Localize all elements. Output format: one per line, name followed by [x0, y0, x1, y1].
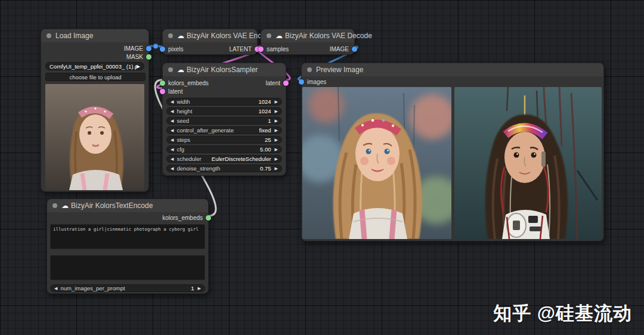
- decrement-arrow-icon[interactable]: ◀: [171, 155, 174, 163]
- port-label-image-output: IMAGE: [330, 46, 349, 52]
- painted-girl-image: [302, 87, 451, 239]
- node-vae-decode: ☁ BizyAir Kolors VAE Decode samples IMAG…: [261, 29, 355, 55]
- port-dot-pixels-input[interactable]: [160, 46, 165, 52]
- increment-arrow-icon[interactable]: ▶: [275, 165, 278, 172]
- port-dot-kolors-embeds-input[interactable]: [160, 80, 165, 86]
- node-title: Preview Image: [316, 66, 363, 74]
- node-vae-decode-titlebar[interactable]: ☁ BizyAir Kolors VAE Decode: [261, 29, 354, 42]
- node-sampler-titlebar[interactable]: ☁ BizyAir KolorsSampler: [163, 63, 286, 76]
- collapse-dot-icon[interactable]: [267, 33, 271, 38]
- preview-image-left: [302, 87, 451, 239]
- widget-cfg[interactable]: ◀ cfg 5.00 ▶: [166, 145, 282, 153]
- collapse-dot-icon[interactable]: [52, 203, 57, 208]
- node-kolors-text-encode: ☁ BizyAir KolorsTextEncode kolors_embeds…: [47, 198, 209, 294]
- decrement-arrow-icon[interactable]: ◀: [171, 145, 174, 153]
- port-label-samples: samples: [267, 46, 289, 52]
- node-title: BizyAir KolorsSampler: [187, 66, 258, 74]
- port-label-pixels: pixels: [168, 46, 184, 52]
- image-filename: ComfyUI_temp_ppfei_00003_ (1).png: [49, 63, 137, 70]
- decrement-arrow-icon[interactable]: ◀: [171, 126, 174, 134]
- cloud-icon: ☁: [177, 66, 184, 74]
- widget-height[interactable]: ◀ height 1024 ▶: [166, 107, 282, 115]
- increment-arrow-icon[interactable]: ▶: [275, 107, 278, 115]
- prompt-textarea[interactable]: illustration a girl|cinematic photograph…: [50, 224, 205, 249]
- vae-encode-ports: pixels LATENT: [163, 45, 257, 53]
- port-label-latent-output: LATENT: [229, 46, 252, 52]
- node-vae-encode-titlebar[interactable]: ☁ BizyAir Kolors VAE Encode: [163, 29, 257, 42]
- port-label-images: images: [307, 79, 326, 85]
- cloud-icon: ☁: [177, 32, 184, 40]
- port-label-kolors-embeds: kolors_embeds: [168, 80, 209, 86]
- widget-steps[interactable]: ◀ steps 25 ▶: [166, 136, 282, 144]
- port-label-mask: MASK: [126, 54, 143, 60]
- cloud-icon: ☁: [61, 201, 69, 210]
- node-title: BizyAir Kolors VAE Decode: [285, 32, 372, 40]
- port-dot-images-input[interactable]: [299, 79, 304, 85]
- loaded-image-thumbnail: [45, 84, 144, 190]
- port-dot-image-output[interactable]: [352, 46, 357, 52]
- node-preview-image: Preview Image images: [301, 63, 604, 241]
- decrement-arrow-icon[interactable]: ◀: [171, 136, 174, 144]
- port-dot-kolors-embeds-output[interactable]: [206, 215, 211, 221]
- decrement-arrow-icon[interactable]: ◀: [171, 98, 174, 106]
- node-preview-titlebar[interactable]: Preview Image: [302, 63, 603, 76]
- widget-denoise-strength[interactable]: ◀ denoise_strength 0.75 ▶: [166, 165, 282, 172]
- decrement-arrow-icon[interactable]: ◀: [171, 165, 174, 172]
- combo-next-arrow-icon[interactable]: ▶: [137, 64, 140, 69]
- port-dot-mask-output[interactable]: [146, 54, 151, 60]
- node-kolors-sampler: ☁ BizyAir KolorsSampler kolors_embeds la…: [162, 63, 286, 176]
- increment-arrow-icon[interactable]: ▶: [275, 98, 278, 106]
- increment-arrow-icon[interactable]: ▶: [275, 126, 278, 134]
- collapse-dot-icon[interactable]: [307, 67, 312, 72]
- sampler-ports-row2: latent: [163, 87, 286, 95]
- cloud-icon: ☁: [275, 32, 283, 40]
- decrement-arrow-icon[interactable]: ◀: [171, 107, 174, 115]
- port-label-latent-output: latent: [266, 80, 280, 86]
- decrement-arrow-icon[interactable]: ◀: [54, 284, 57, 292]
- vae-decode-ports: samples IMAGE: [261, 45, 354, 53]
- watermark: 知乎 @硅基流动: [493, 301, 632, 326]
- link-midpoint-dot: [153, 44, 159, 49]
- preview-ports: images: [302, 77, 603, 86]
- port-dot-latent-input[interactable]: [160, 89, 165, 94]
- increment-arrow-icon[interactable]: ▶: [275, 155, 278, 163]
- node-title: Load Image: [55, 32, 93, 40]
- widget-control-after-generate[interactable]: ◀ control_after_generate fixed ▶: [166, 126, 282, 134]
- increment-arrow-icon[interactable]: ▶: [275, 145, 278, 153]
- prompt2-textarea[interactable]: [50, 255, 205, 280]
- port-label-kolors-embeds-output: kolors_embeds: [162, 215, 203, 221]
- increment-arrow-icon[interactable]: ▶: [275, 117, 278, 125]
- preview-image-right: [454, 87, 602, 239]
- port-dot-image-output[interactable]: [146, 46, 151, 51]
- port-label-image: IMAGE: [124, 45, 143, 52]
- sampler-ports-row1: kolors_embeds latent: [163, 79, 286, 87]
- collapse-dot-icon[interactable]: [168, 33, 173, 38]
- collapse-dot-icon[interactable]: [47, 33, 51, 38]
- node-load-image: Load Image IMAGE MASK ComfyUI_temp_ppfei…: [41, 29, 149, 192]
- output-row-mask: MASK: [41, 52, 148, 61]
- increment-arrow-icon[interactable]: ▶: [198, 284, 201, 292]
- text-encode-output-row: kolors_embeds: [47, 213, 208, 222]
- port-dot-latent-output[interactable]: [283, 80, 289, 86]
- image-file-combo[interactable]: ComfyUI_temp_ppfei_00003_ (1).png ▶: [45, 62, 144, 70]
- output-row-image: IMAGE: [41, 44, 148, 52]
- choose-file-button[interactable]: choose file to upload: [45, 73, 145, 81]
- decrement-arrow-icon[interactable]: ◀: [171, 117, 174, 125]
- node-text-encode-titlebar[interactable]: ☁ BizyAir KolorsTextEncode: [47, 199, 208, 212]
- port-label-latent-input: latent: [168, 88, 182, 95]
- node-vae-encode: ☁ BizyAir Kolors VAE Encode pixels LATEN…: [162, 29, 258, 55]
- widget-num-images-per-prompt[interactable]: ◀ num_images_per_prompt 1 ▶: [50, 284, 205, 292]
- node-load-image-titlebar[interactable]: Load Image: [41, 29, 148, 42]
- widget-scheduler[interactable]: ◀ scheduler EulerDiscreteScheduler ▶: [166, 155, 282, 163]
- cyborg-girl-image: [454, 87, 602, 239]
- girl-photo-thumbnail: [45, 84, 144, 190]
- node-title: BizyAir KolorsTextEncode: [71, 201, 153, 210]
- widget-width[interactable]: ◀ width 1024 ▶: [166, 98, 282, 106]
- collapse-dot-icon[interactable]: [168, 67, 173, 72]
- port-dot-samples-input[interactable]: [258, 46, 264, 52]
- widget-seed[interactable]: ◀ seed 1 ▶: [166, 117, 282, 125]
- increment-arrow-icon[interactable]: ▶: [275, 136, 278, 144]
